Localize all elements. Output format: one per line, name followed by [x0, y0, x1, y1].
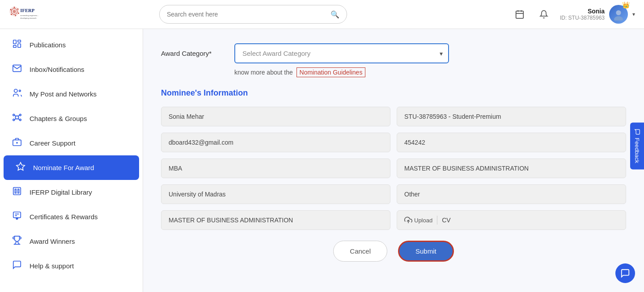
header: IFERP connecting engineers... developing…: [0, 0, 644, 29]
user-name: Sonia: [560, 8, 605, 15]
sidebar-item-my-post[interactable]: My Post and Networks: [0, 82, 143, 106]
sidebar-item-label: Nominate For Award: [33, 164, 94, 171]
nomination-guideline-text: know more about the Nomination Guideline…: [234, 69, 626, 76]
inbox-icon: [11, 63, 23, 75]
sidebar-item-label: Inbox/Notifications: [30, 66, 85, 73]
my-post-icon: [11, 88, 23, 100]
svg-point-22: [14, 89, 17, 92]
svg-rect-20: [18, 44, 21, 47]
svg-point-23: [19, 90, 21, 92]
chat-bubble[interactable]: [615, 263, 635, 283]
upload-label: Upload: [414, 217, 432, 224]
sidebar-item-publications[interactable]: Publications: [0, 33, 143, 57]
search-bar[interactable]: 🔍: [159, 5, 347, 24]
sidebar-item-award-winners[interactable]: Award Winners: [0, 229, 143, 254]
svg-rect-40: [13, 212, 21, 218]
logo: IFERP connecting engineers... developing…: [9, 3, 45, 25]
field-id-membership: STU-38785963 - Student-Premium: [397, 107, 626, 126]
sidebar-item-label: IFERP Digital Library: [30, 188, 92, 196]
award-winners-icon: [11, 235, 23, 247]
svg-point-6: [15, 15, 16, 17]
award-select-wrapper: Select Award Category Best Paper Award Y…: [234, 43, 449, 63]
field-cv-upload[interactable]: Upload CV: [397, 210, 626, 230]
field-name: Sonia Mehar: [161, 107, 390, 126]
svg-point-28: [20, 119, 21, 121]
content-area: Award Category* Select Award Category Be…: [143, 29, 644, 292]
field-email: dboard432@gmail.com: [161, 133, 390, 152]
svg-point-17: [614, 16, 623, 21]
cancel-button[interactable]: Cancel: [333, 241, 387, 262]
career-icon: [11, 137, 23, 149]
user-info[interactable]: Sonia ID: STU-38785963 👑 ▾: [560, 5, 635, 24]
svg-marker-36: [17, 163, 25, 170]
main-layout: Publications Inbox/Notifications My: [0, 29, 644, 292]
sidebar: Publications Inbox/Notifications My: [0, 29, 143, 292]
field-degree-full: MASTER OF BUSINESS ADMINISTRATION: [397, 159, 626, 178]
svg-point-25: [13, 114, 15, 116]
award-category-label: Award Category*: [161, 50, 224, 57]
sidebar-item-chapters[interactable]: Chapters & Groups: [0, 106, 143, 131]
avatar: 👑: [609, 5, 628, 24]
sidebar-item-label: Certificates & Rewards: [30, 213, 98, 221]
svg-rect-18: [13, 40, 16, 44]
nominate-icon: [14, 162, 27, 174]
svg-point-7: [11, 14, 12, 15]
cv-label: CV: [442, 217, 450, 224]
nominees-section-title: Nominee's Information: [161, 88, 626, 98]
sidebar-item-certificates[interactable]: Certificates & Rewards: [0, 204, 143, 229]
svg-point-3: [14, 7, 15, 8]
sidebar-item-career[interactable]: Career Support: [0, 131, 143, 155]
svg-text:connecting engineers...: connecting engineers...: [20, 14, 38, 17]
sidebar-item-help[interactable]: Help & support: [0, 254, 143, 278]
svg-rect-37: [13, 188, 21, 195]
nomination-guidelines-link[interactable]: Nomination Guidelines: [297, 67, 366, 77]
chevron-down-icon: ▾: [632, 11, 635, 17]
chapters-icon: [11, 113, 23, 125]
certificates-icon: [11, 211, 23, 223]
svg-text:developing research: developing research: [20, 17, 36, 19]
award-category-select[interactable]: Select Award Category Best Paper Award Y…: [234, 43, 449, 63]
sidebar-item-label: Career Support: [30, 139, 76, 147]
header-icons: Sonia ID: STU-38785963 👑 ▾: [512, 5, 635, 24]
svg-point-8: [10, 9, 12, 10]
svg-point-4: [17, 8, 19, 10]
action-row: Cancel Submit: [161, 241, 626, 262]
svg-text:IFERP: IFERP: [20, 8, 34, 13]
notification-icon[interactable]: [536, 6, 552, 22]
upload-divider: [437, 216, 437, 225]
help-icon: [11, 260, 23, 272]
publications-icon: [11, 39, 23, 51]
nominee-form-grid: Sonia Mehar STU-38785963 - Student-Premi…: [161, 107, 626, 230]
sidebar-item-label: Chapters & Groups: [30, 115, 87, 122]
field-thesis: MASTER OF BUSINESS ADMINISTRATION: [161, 210, 390, 230]
svg-rect-19: [18, 40, 21, 42]
svg-point-5: [18, 13, 19, 14]
svg-rect-21: [13, 46, 16, 48]
sidebar-item-inbox[interactable]: Inbox/Notifications: [0, 57, 143, 82]
field-code: 454242: [397, 133, 626, 152]
search-input[interactable]: [167, 11, 327, 18]
sidebar-item-label: Publications: [30, 41, 66, 49]
calendar-icon[interactable]: [512, 6, 528, 22]
sidebar-item-nominate[interactable]: Nominate For Award: [4, 155, 139, 180]
svg-point-16: [616, 10, 621, 15]
svg-rect-39: [18, 189, 19, 193]
upload-icon: Upload: [404, 216, 432, 224]
user-id: ID: STU-38785963: [560, 15, 605, 21]
logo-area: IFERP connecting engineers... developing…: [9, 3, 152, 25]
svg-rect-38: [15, 189, 16, 193]
avatar-crown: 👑: [622, 1, 630, 8]
svg-rect-12: [516, 11, 524, 18]
sidebar-item-label: Award Winners: [30, 238, 75, 245]
field-degree-short: MBA: [161, 159, 390, 178]
sidebar-item-library[interactable]: IFERP Digital Library: [0, 180, 143, 204]
svg-point-26: [20, 114, 21, 116]
field-university: University of Madras: [161, 184, 390, 204]
svg-point-27: [13, 119, 15, 121]
submit-button[interactable]: Submit: [398, 241, 454, 262]
library-icon: [11, 186, 23, 198]
sidebar-item-label: Help & support: [30, 262, 74, 270]
field-other: Other: [397, 184, 626, 204]
feedback-tab[interactable]: Feedback: [630, 122, 644, 169]
search-icon: 🔍: [330, 10, 339, 19]
